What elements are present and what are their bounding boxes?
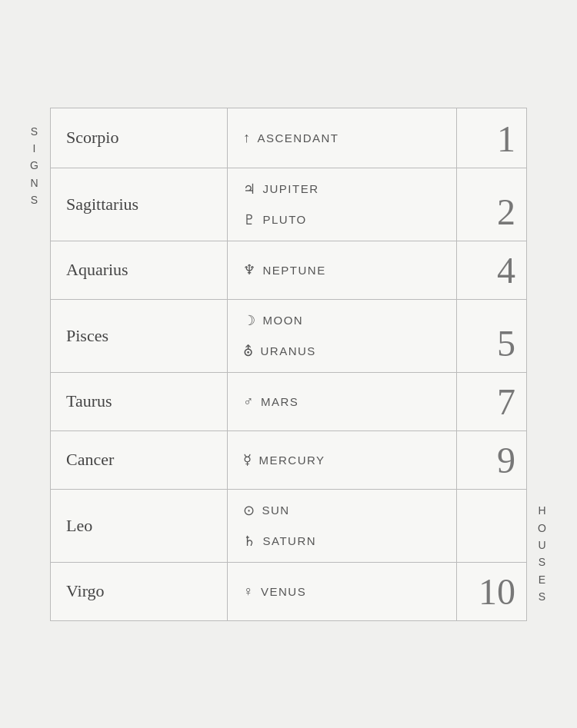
planet-cell: ♆NEPTUNE — [228, 241, 457, 299]
house-cell: 2 — [457, 168, 526, 241]
planet-symbol: ☿ — [243, 451, 253, 468]
planet-entry: ⊙SUN — [243, 502, 441, 519]
planet-symbol: ♄ — [243, 533, 257, 550]
table-row: Scorpio↑ASCENDANT1 — [51, 108, 526, 168]
house-cell — [457, 490, 526, 562]
house-cell: 9 — [457, 431, 526, 489]
house-cell: 7 — [457, 373, 526, 430]
planet-cell: ⊙SUN♄SATURN — [228, 490, 457, 562]
main-table: Scorpio↑ASCENDANT1Sagittarius♃JUPITER♇PL… — [50, 108, 527, 621]
planet-symbol: ♆ — [243, 261, 257, 278]
table-row: Leo⊙SUN♄SATURN — [51, 490, 526, 563]
table-row: Sagittarius♃JUPITER♇PLUTO2 — [51, 168, 526, 241]
table-row: Cancer☿MERCURY9 — [51, 431, 526, 490]
house-cell: 5 — [457, 300, 526, 372]
sign-cell: Aquarius — [51, 241, 228, 299]
planet-name: JUPITER — [263, 182, 319, 195]
house-cell: 1 — [457, 108, 526, 168]
planet-entry: ♄SATURN — [243, 533, 441, 550]
table-row: Pisces☽MOON⛢URANUS5 — [51, 300, 526, 373]
table-row: Aquarius♆NEPTUNE4 — [51, 241, 526, 300]
houses-label: H O U S E S — [527, 108, 558, 621]
planet-name: SATURN — [263, 534, 317, 547]
sign-cell: Scorpio — [51, 108, 228, 168]
planet-entry: ♂MARS — [243, 394, 441, 410]
planet-entry: ♀VENUS — [243, 583, 441, 600]
planet-name: VENUS — [261, 585, 306, 598]
planet-symbol: ↑ — [243, 130, 252, 146]
planet-name: MERCURY — [259, 454, 325, 467]
planet-cell: ☽MOON⛢URANUS — [228, 300, 457, 372]
house-cell: 4 — [457, 241, 526, 299]
planet-cell: ↑ASCENDANT — [228, 108, 457, 168]
planet-cell: ☿MERCURY — [228, 431, 457, 489]
house-cell: 10 — [457, 563, 526, 620]
sign-cell: Leo — [51, 490, 228, 562]
planet-cell: ♂MARS — [228, 373, 457, 430]
planet-cell: ♀VENUS — [228, 563, 457, 620]
planet-entry: ↑ASCENDANT — [243, 130, 441, 146]
planet-name: SUN — [262, 504, 290, 517]
sign-cell: Taurus — [51, 373, 228, 430]
sign-cell: Pisces — [51, 300, 228, 372]
planet-symbol: ♃ — [243, 181, 257, 198]
sign-cell: Virgo — [51, 563, 228, 620]
planet-entry: ♃JUPITER — [243, 181, 441, 198]
planet-entry: ♆NEPTUNE — [243, 261, 441, 278]
table-row: Virgo♀VENUS10 — [51, 563, 526, 620]
planet-symbol: ⊙ — [243, 502, 256, 519]
planet-name: PLUTO — [263, 213, 307, 226]
planet-symbol: ♀ — [243, 583, 255, 600]
astrology-table: S I G N S Scorpio↑ASCENDANT1Sagittarius♃… — [19, 108, 558, 621]
planet-entry: ♇PLUTO — [243, 211, 441, 228]
planet-cell: ♃JUPITER♇PLUTO — [228, 168, 457, 241]
sign-cell: Sagittarius — [51, 168, 228, 241]
planet-symbol: ⛢ — [243, 343, 255, 360]
planet-entry: ⛢URANUS — [243, 343, 441, 360]
planet-name: ASCENDANT — [258, 131, 339, 145]
planet-name: MARS — [261, 395, 299, 408]
planet-symbol: ♇ — [243, 211, 257, 228]
planet-entry: ☿MERCURY — [243, 451, 441, 468]
planet-name: URANUS — [261, 344, 316, 357]
table-row: Taurus♂MARS7 — [51, 373, 526, 431]
planet-name: MOON — [263, 314, 304, 327]
planet-name: NEPTUNE — [263, 264, 326, 277]
sign-cell: Cancer — [51, 431, 228, 489]
planet-symbol: ☽ — [243, 312, 257, 329]
planet-symbol: ♂ — [243, 394, 255, 410]
planet-entry: ☽MOON — [243, 312, 441, 329]
signs-label: S I G N S — [19, 108, 50, 621]
